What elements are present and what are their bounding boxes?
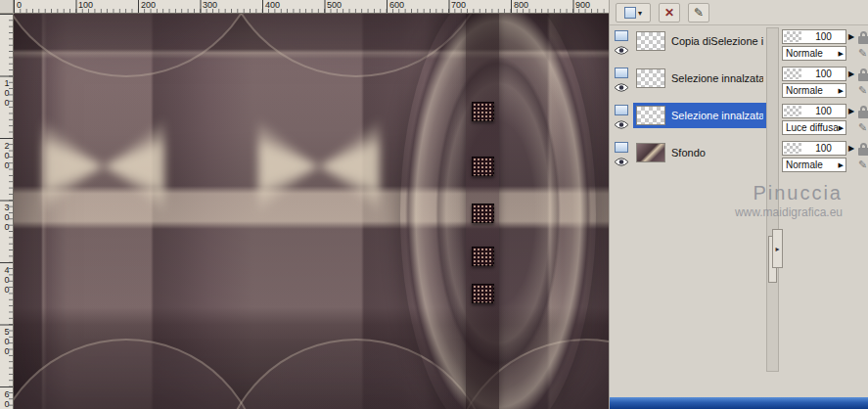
- artwork-textured-square: [472, 157, 494, 176]
- opacity-value: 100: [801, 31, 845, 42]
- ruler-label: 700: [451, 1, 466, 10]
- opacity-slider-handle[interactable]: ▶: [848, 69, 854, 78]
- layer-thumbnail: [636, 31, 665, 51]
- raster-layer-icon: [615, 142, 628, 153]
- layer-row-main: Selezione innalzata: [633, 66, 766, 91]
- horizontal-ruler: 0 100 200 300 400 500 600 700 800 900: [14, 0, 609, 14]
- layer-name: Selezione innalzata 1: [671, 110, 763, 121]
- chevron-right-icon: ▶: [839, 161, 844, 169]
- pencil-icon: ✎: [694, 6, 704, 20]
- new-layer-button[interactable]: ▾: [616, 3, 651, 23]
- layer-name: Selezione innalzata: [671, 72, 763, 84]
- edit-properties-icon[interactable]: ✎: [858, 121, 867, 134]
- layer-row-selected[interactable]: Selezione innalzata 1: [612, 102, 766, 139]
- blend-mode-value: Luce diffusa: [786, 122, 839, 133]
- lock-icon[interactable]: [858, 106, 868, 118]
- edit-layer-button[interactable]: ✎: [688, 3, 709, 23]
- ruler-label: 500: [2, 327, 11, 356]
- layer-properties: 100 ▶ Normale ▶ ✎: [782, 139, 868, 174]
- layer-name: Sfondo: [671, 147, 706, 159]
- ruler-label: 100: [2, 78, 11, 108]
- blend-mode-dropdown[interactable]: Normale ▶: [782, 46, 846, 61]
- ruler-label: 800: [514, 1, 528, 10]
- artwork-arc-bottom-left: [14, 339, 263, 409]
- ruler-label: 300: [203, 1, 217, 10]
- opacity-value: 100: [801, 106, 845, 116]
- chevron-down-icon: ▾: [638, 9, 642, 18]
- chevron-right-icon: ▸: [775, 245, 779, 253]
- blend-mode-value: Normale: [786, 48, 823, 59]
- opacity-slider-handle[interactable]: ▶: [848, 144, 854, 153]
- raster-layer-icon: [615, 105, 628, 115]
- bottom-title-bar: [610, 397, 868, 409]
- lock-body: [858, 36, 868, 44]
- lock-icon[interactable]: [858, 31, 868, 44]
- chevron-right-icon: ▶: [839, 124, 844, 132]
- ruler-label: 200: [2, 141, 11, 170]
- edit-properties-icon[interactable]: ✎: [858, 84, 867, 97]
- lock-icon[interactable]: [858, 143, 868, 156]
- blend-mode-dropdown[interactable]: Luce diffusa ▶: [782, 120, 846, 135]
- opacity-value: 100: [801, 68, 845, 79]
- artwork-bowtie-left: [43, 102, 164, 231]
- canvas-image[interactable]: [14, 14, 609, 409]
- layer-properties: 100 ▶ Luce diffusa ▶ ✎: [782, 102, 868, 137]
- watermark-name: Pinuccia: [753, 182, 843, 204]
- opacity-control[interactable]: 100: [782, 104, 846, 118]
- lock-icon[interactable]: [858, 68, 868, 81]
- layer-type-column: [612, 29, 631, 55]
- artwork-bowtie-center: [258, 102, 380, 231]
- chevron-right-icon: ▶: [839, 50, 844, 58]
- layer-list: Copia diSelezione inn Selezione innalzat…: [612, 27, 766, 176]
- layer-row-main: Selezione innalzata 1: [633, 103, 766, 128]
- delete-icon: ✕: [664, 6, 674, 20]
- visibility-eye-icon[interactable]: [614, 81, 629, 92]
- opacity-track-icon: [784, 68, 801, 79]
- opacity-track-icon: [784, 106, 801, 116]
- artwork-textured-square: [472, 284, 494, 303]
- layer-thumbnail: [636, 143, 665, 162]
- layer-row-background[interactable]: Sfondo: [612, 139, 766, 176]
- blend-mode-value: Normale: [786, 85, 823, 96]
- visibility-eye-icon[interactable]: [614, 156, 629, 166]
- opacity-slider-handle[interactable]: ▶: [848, 32, 854, 41]
- opacity-control[interactable]: 100: [782, 29, 846, 44]
- visibility-eye-icon[interactable]: [614, 118, 629, 129]
- artwork-textured-square: [472, 102, 494, 121]
- raster-layer-icon: [615, 68, 628, 78]
- edit-properties-icon[interactable]: ✎: [858, 159, 867, 171]
- opacity-slider-handle[interactable]: ▶: [848, 107, 854, 115]
- psp-window: 0 100 200 300 400 500 600 700 800 900 10…: [0, 0, 868, 409]
- layer-row[interactable]: Copia diSelezione inn: [612, 27, 766, 65]
- chevron-right-icon: ▶: [839, 87, 844, 95]
- layer-properties: 100 ▶ Normale ▶ ✎: [782, 65, 868, 100]
- panel-flyout-button[interactable]: ▸: [772, 229, 783, 268]
- ruler-label: 300: [2, 203, 11, 232]
- edit-properties-icon[interactable]: ✎: [858, 47, 867, 60]
- ruler-label: 200: [141, 1, 156, 10]
- blend-mode-dropdown[interactable]: Normale ▶: [782, 158, 846, 172]
- layer-properties: 100 ▶ Normale ▶ ✎: [782, 27, 868, 63]
- opacity-control[interactable]: 100: [782, 67, 846, 81]
- opacity-control[interactable]: 100: [782, 141, 846, 156]
- artwork-arc-top-left: [14, 14, 263, 77]
- layer-type-column: [612, 104, 631, 129]
- blend-mode-dropdown[interactable]: Normale ▶: [782, 83, 846, 98]
- ruler-label: 100: [78, 1, 93, 10]
- lock-body: [858, 111, 868, 118]
- opacity-track-icon: [784, 143, 801, 154]
- artwork-textured-square: [472, 204, 494, 223]
- opacity-track-icon: [784, 31, 801, 42]
- delete-layer-button[interactable]: ✕: [659, 3, 680, 23]
- layer-type-column: [612, 67, 631, 92]
- lock-body: [858, 148, 868, 156]
- vertical-ruler: 100 200 300 400 500 600: [0, 14, 14, 409]
- ruler-label: 400: [265, 1, 280, 10]
- layer-row[interactable]: Selezione innalzata: [612, 65, 766, 102]
- visibility-eye-icon[interactable]: [614, 44, 629, 55]
- ruler-corner: [0, 0, 14, 14]
- layer-name: Copia diSelezione inn: [671, 35, 763, 47]
- new-layer-icon: [624, 7, 636, 19]
- ruler-label: 0: [17, 1, 22, 10]
- blend-mode-value: Normale: [786, 159, 823, 170]
